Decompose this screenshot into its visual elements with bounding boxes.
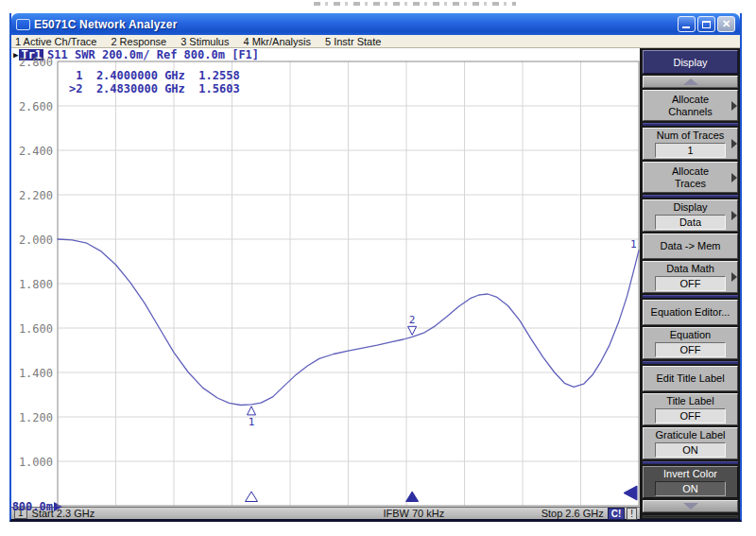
y-axis-tick-label: 2.800 (19, 56, 53, 69)
softkey-empty-area (643, 515, 738, 518)
softkey-title-label[interactable]: Title LabelOFF (643, 393, 738, 425)
y-axis-labels: 2.8002.6002.4002.2002.0001.8001.6001.400… (11, 61, 57, 507)
menu-item-1[interactable]: 1 Active Ch/Trace (15, 36, 96, 47)
softkey-scroll-up-button[interactable] (643, 76, 738, 88)
app-icon (16, 19, 30, 30)
screen: E5071C Network Analyzer ✕ 1 Active Ch/Tr… (0, 0, 756, 536)
softkey-num-of-traces[interactable]: Num of Traces1 (643, 128, 738, 160)
submenu-arrow-icon (731, 101, 737, 111)
app-window: E5071C Network Analyzer ✕ 1 Active Ch/Tr… (9, 13, 742, 522)
softkey-group-divider (643, 195, 738, 198)
softkey-equation[interactable]: EquationOFF (643, 327, 738, 359)
softkey-label: Channels (668, 106, 712, 118)
softkey-label: Equation Editor... (651, 306, 730, 319)
softkey-label: Edit Title Label (656, 372, 724, 385)
y-axis-tick-label: 2.600 (19, 100, 53, 113)
softkey-value: OFF (655, 342, 726, 357)
warning-badge: ! (627, 508, 637, 520)
softkey-label: Allocate (672, 94, 709, 106)
menu-item-5[interactable]: 5 Instr State (325, 36, 381, 47)
marker-stimulus-indicator[interactable] (246, 492, 258, 502)
start-frequency: Start 2.3 GHz (32, 508, 287, 519)
softkey-allocate-traces[interactable]: AllocateTraces (643, 162, 738, 193)
sweep-position-indicator-icon (624, 486, 637, 500)
window-title: E5071C Network Analyzer (34, 18, 678, 31)
minimize-icon (682, 26, 690, 28)
softkey-group-divider (643, 123, 738, 126)
softkey-label: Num of Traces (657, 130, 725, 142)
softkey-data-math[interactable]: Data MathOFF (643, 261, 738, 293)
marker-number: 2 (409, 314, 416, 326)
marker-triangle-icon (408, 326, 417, 335)
menu-bar: 1 Active Ch/Trace2 Response3 Stimulus4 M… (11, 35, 740, 48)
softkey-value: OFF (655, 408, 726, 424)
softkey-group-divider (643, 361, 738, 364)
trace-number-label: 1 (630, 238, 637, 251)
ref-level-label: 800.0m (12, 500, 53, 513)
y-axis-tick-label: 2.400 (19, 145, 53, 158)
active-trace-pointer-icon: ▶ (13, 50, 18, 60)
softkey-value: OFF (655, 276, 726, 291)
menu-item-4[interactable]: 4 Mkr/Analysis (243, 36, 311, 47)
menu-item-2[interactable]: 2 Response (111, 36, 166, 47)
softkey-edit-title-label[interactable]: Edit Title Label (643, 366, 738, 391)
marker-1[interactable]: 1 (248, 406, 256, 428)
stop-frequency: Stop 2.6 GHz (541, 508, 604, 519)
softkey-label: Invert Color (663, 468, 717, 480)
softkey-graticule-label[interactable]: Graticule LabelON (643, 427, 738, 459)
softkey-invert-color[interactable]: Invert ColorON (643, 466, 738, 498)
y-axis-tick-label: 1.200 (19, 411, 53, 424)
softkey-value: 1 (655, 143, 726, 158)
y-axis-tick-label: 1.600 (19, 322, 53, 336)
submenu-arrow-icon (731, 139, 737, 148)
down-arrow-icon (683, 503, 698, 510)
trace-format-text: S11 SWR 200.0m/ Ref 800.0m [F1] (47, 48, 259, 61)
close-button[interactable]: ✕ (717, 16, 735, 32)
y-axis-tick-label: 1.000 (19, 456, 53, 469)
softkey-label: Data Math (666, 263, 714, 275)
softkey-label: Equation (670, 329, 711, 341)
softkey-value: ON (655, 481, 726, 496)
maximize-button[interactable] (697, 16, 715, 32)
softkey-allocate-channels[interactable]: AllocateChannels (643, 90, 738, 121)
softkey-menu-title: Display (643, 50, 738, 74)
minimize-button[interactable] (678, 16, 696, 32)
menu-item-3[interactable]: 3 Stimulus (180, 36, 229, 47)
submenu-arrow-icon (731, 173, 737, 182)
cropped-text-remnant (314, 2, 516, 6)
softkey-data-mem[interactable]: Data -> Mem (643, 233, 738, 259)
softkey-label: Data -> Mem (661, 240, 721, 252)
marker-readout: 1 2.4000000 GHz 1.2558 >2 2.4830000 GHz … (69, 69, 240, 95)
softkey-group-divider (643, 461, 738, 464)
softkey-equation-editor[interactable]: Equation Editor... (643, 300, 738, 325)
submenu-arrow-icon (731, 211, 737, 220)
trace-status-line[interactable]: ▶ Tr1 S11 SWR 200.0m/ Ref 800.0m [F1] (11, 48, 640, 61)
graticule-canvas: 112 (57, 61, 640, 507)
title-bar[interactable]: E5071C Network Analyzer ✕ (11, 13, 740, 35)
marker-number: 1 (249, 416, 255, 428)
softkey-label: Traces (675, 178, 706, 190)
softkey-display[interactable]: DisplayData (643, 199, 738, 232)
status-bar: 1 Start 2.3 GHz IFBW 70 kHz Stop 2.6 GHz… (11, 507, 640, 519)
up-arrow-icon (683, 78, 698, 85)
softkey-value: ON (655, 442, 726, 458)
marker-stimulus-indicator[interactable] (406, 492, 419, 502)
y-axis-tick-label: 2.200 (19, 189, 53, 202)
chart-area[interactable]: 1 2.4000000 GHz 1.2558 >2 2.4830000 GHz … (57, 61, 640, 507)
softkey-value: Data (655, 215, 726, 230)
softkey-menu: DisplayAllocateChannelsNum of Traces1All… (640, 48, 740, 519)
submenu-arrow-icon (731, 272, 737, 282)
marker-2[interactable]: 2 (408, 314, 417, 335)
y-axis-tick-label: 1.800 (19, 278, 53, 291)
softkey-group-divider (643, 295, 738, 298)
softkey-label: Allocate (672, 165, 709, 178)
ifbw-value: IFBW 70 kHz (286, 508, 541, 519)
marker-triangle-icon (248, 406, 256, 415)
calibration-status-badge: C! (608, 508, 626, 520)
maximize-icon (702, 21, 711, 28)
y-axis-tick-label: 1.400 (19, 367, 53, 380)
softkey-scroll-down-button[interactable] (643, 500, 738, 512)
close-icon: ✕ (718, 18, 734, 30)
softkey-label: Title Label (666, 395, 713, 407)
softkey-label: Display (673, 201, 707, 214)
